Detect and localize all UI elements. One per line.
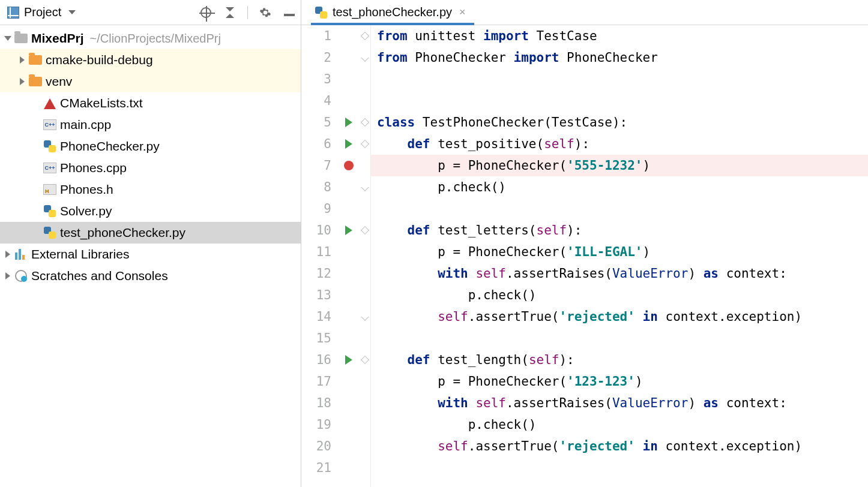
project-tree[interactable]: MixedPrj ~/ClionProjects/MixedPrj cmake-… [0, 25, 301, 487]
tree-item-label: Phones.cpp [60, 161, 127, 175]
run-icon[interactable] [345, 355, 352, 365]
tree-item-label: test_phoneChecker.py [60, 226, 185, 240]
code-line[interactable] [371, 327, 868, 349]
code-line[interactable]: p = PhoneChecker('555-1232') [371, 155, 868, 176]
fold-icon[interactable] [360, 312, 369, 321]
code-line[interactable]: from unittest import TestCase [371, 25, 868, 47]
gutter-icons[interactable] [339, 25, 359, 487]
tree-item-label: venv [46, 74, 72, 89]
code-line[interactable]: from PhoneChecker import PhoneChecker [371, 47, 868, 68]
tree-file-phonechecker-py[interactable]: PhoneChecker.py [0, 136, 301, 157]
line-number: 21 [301, 457, 331, 479]
line-number: 11 [301, 241, 331, 263]
line-number: 10 [301, 220, 331, 241]
code-line[interactable] [371, 68, 868, 90]
fold-icon[interactable] [360, 356, 369, 364]
collapse-all-button[interactable] [223, 6, 237, 19]
target-icon [200, 7, 211, 18]
tree-file-cmakelists[interactable]: CMakeLists.txt [0, 92, 301, 114]
project-path: ~/ClionProjects/MixedPrj [90, 32, 221, 46]
code-line[interactable]: p.check() [371, 284, 868, 306]
folder-icon [14, 34, 28, 43]
line-number: 7 [301, 155, 331, 176]
code-line[interactable]: def test_letters(self): [371, 220, 868, 241]
line-number: 18 [301, 392, 331, 414]
line-number: 8 [301, 176, 331, 198]
fold-icon[interactable] [360, 183, 369, 191]
tree-file-phones-h[interactable]: H Phones.h [0, 179, 301, 200]
line-number: 9 [301, 198, 331, 220]
code-line[interactable]: class TestPhoneChecker(TestCase): [371, 112, 868, 133]
minimize-icon [284, 14, 295, 16]
code-line[interactable]: with self.assertRaises(ValueError) as co… [371, 263, 868, 284]
tree-file-solver-py[interactable]: Solver.py [0, 200, 301, 222]
line-number: 15 [301, 327, 331, 349]
tree-item-label: main.cpp [60, 118, 111, 132]
run-icon[interactable] [345, 118, 352, 127]
cpp-icon: C++ [43, 119, 56, 130]
tab-filename: test_phoneChecker.py [333, 5, 452, 19]
line-number: 4 [301, 90, 331, 112]
header-icon: H [43, 184, 56, 195]
tree-item-label: CMakeLists.txt [60, 96, 143, 110]
project-sidebar: Project MixedPrj ~/ClionProjects/MixedPr… [0, 0, 301, 487]
tree-item-label: Scratches and Consoles [31, 269, 168, 283]
line-number: 17 [301, 371, 331, 392]
code-line[interactable] [371, 198, 868, 220]
line-number: 12 [301, 263, 331, 284]
code-line[interactable]: with self.assertRaises(ValueError) as co… [371, 392, 868, 414]
gutter-fold[interactable] [359, 25, 371, 487]
tree-item-label: PhoneChecker.py [60, 139, 160, 154]
line-number: 13 [301, 284, 331, 306]
tree-scratches[interactable]: Scratches and Consoles [0, 265, 301, 287]
code-line[interactable]: p = PhoneChecker('123-123') [371, 371, 868, 392]
code-view[interactable]: from unittest import TestCase from Phone… [371, 25, 868, 487]
tree-item-label: Solver.py [60, 204, 112, 218]
scratches-icon [15, 270, 27, 282]
line-number: 6 [301, 133, 331, 155]
divider [247, 6, 248, 19]
project-root[interactable]: MixedPrj ~/ClionProjects/MixedPrj [0, 28, 301, 49]
sidebar-header: Project [0, 0, 301, 25]
chevron-right-icon [5, 272, 10, 279]
sidebar-title-label: Project [24, 5, 61, 19]
fold-icon[interactable] [360, 53, 369, 62]
code-line[interactable]: def test_length(self): [371, 349, 868, 371]
code-line[interactable]: p.check() [371, 176, 868, 198]
breakpoint-icon[interactable] [344, 161, 354, 170]
tree-folder-venv[interactable]: venv [0, 71, 301, 92]
fold-icon[interactable] [360, 32, 369, 40]
code-line[interactable]: p = PhoneChecker('ILL-EGAL') [371, 241, 868, 263]
collapse-icon [225, 8, 235, 17]
hide-sidebar-button[interactable] [283, 6, 296, 19]
code-line[interactable]: p.check() [371, 414, 868, 435]
chevron-right-icon [20, 56, 25, 64]
fold-icon[interactable] [360, 118, 369, 127]
tree-file-test-phonechecker-py[interactable]: test_phoneChecker.py [0, 222, 301, 244]
code-line[interactable] [371, 90, 868, 112]
project-view-selector[interactable]: Project [5, 4, 78, 20]
tree-folder-cmake-build-debug[interactable]: cmake-build-debug [0, 49, 301, 71]
fold-icon[interactable] [360, 140, 369, 148]
line-number: 19 [301, 414, 331, 435]
line-number: 2 [301, 47, 331, 68]
code-line[interactable]: self.assertTrue('rejected' in context.ex… [371, 306, 868, 327]
close-tab-button[interactable]: × [457, 6, 468, 19]
chevron-down-icon [4, 36, 11, 41]
chevron-down-icon [68, 10, 76, 14]
tree-file-phones-cpp[interactable]: C++ Phones.cpp [0, 157, 301, 179]
code-line[interactable]: def test_positive(self): [371, 133, 868, 155]
folder-icon [29, 77, 42, 86]
tree-external-libraries[interactable]: External Libraries [0, 244, 301, 265]
editor-tab-active[interactable]: test_phoneChecker.py × [311, 2, 474, 25]
code-line[interactable] [371, 457, 868, 479]
run-icon[interactable] [345, 226, 352, 235]
settings-button[interactable] [259, 6, 272, 19]
run-icon[interactable] [345, 139, 352, 149]
fold-icon[interactable] [360, 226, 369, 235]
code-line[interactable]: self.assertTrue('rejected' in context.ex… [371, 435, 868, 457]
tree-file-main-cpp[interactable]: C++ main.cpp [0, 114, 301, 136]
line-number-gutter[interactable]: 1 2 3 4 5 6 7 8 9 10 11 12 13 14 15 16 1… [301, 25, 339, 487]
editor-tabbar: test_phoneChecker.py × [301, 0, 868, 25]
locate-file-button[interactable] [199, 6, 212, 19]
